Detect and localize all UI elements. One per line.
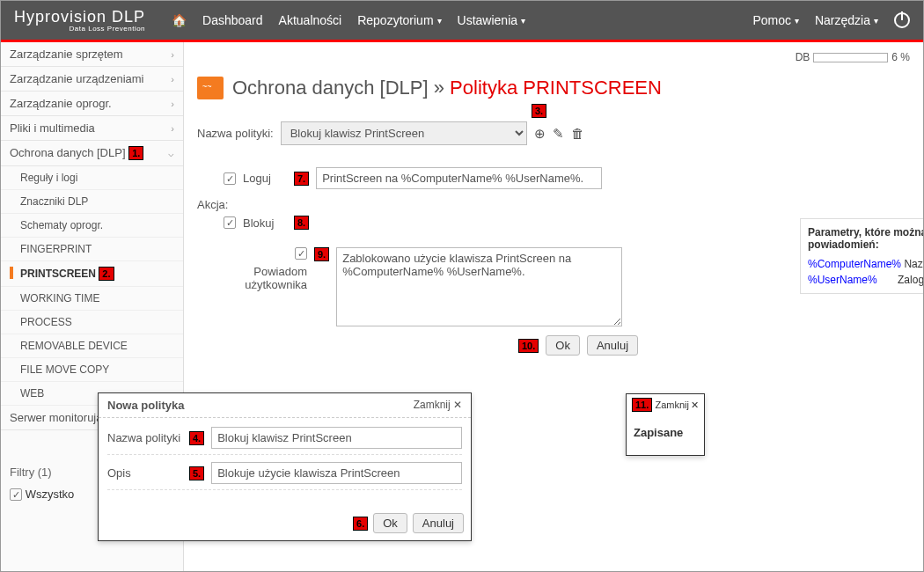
annotation: 11. — [632, 398, 652, 412]
add-icon[interactable]: ⊕ — [534, 126, 546, 142]
nav-help[interactable]: Pomoc▾ — [752, 13, 799, 27]
edit-icon[interactable]: ✎ — [553, 126, 564, 142]
nav-home-icon[interactable]: 🏠 — [172, 13, 187, 27]
toast-close-label[interactable]: Zamknij — [655, 400, 689, 410]
filters-all-label: Wszystko — [26, 488, 75, 501]
sidebar-item-printscreen[interactable]: PRINTSCREEN 2. — [1, 261, 183, 287]
sidebar-group-devices[interactable]: Zarządzanie urządzeniami› — [1, 67, 183, 92]
notify-label: Powiadom użytkownika — [224, 265, 307, 291]
annotation: 6. — [353, 517, 368, 531]
chevron-down-icon: ⌵ — [168, 148, 174, 159]
param-computer: %ComputerName% — [808, 258, 901, 270]
annotation: 9. — [314, 247, 329, 261]
navbar: Hyprovision DLP Data Loss Prevention 🏠 D… — [1, 1, 923, 40]
active-indicator — [10, 267, 13, 279]
log-label: Loguj — [243, 172, 287, 185]
annotation: 7. — [294, 172, 309, 186]
chevron-right-icon: › — [171, 123, 174, 134]
dlp-icon — [197, 77, 224, 99]
page-title: Ochrona danych [DLP] » Polityka PRINTSCR… — [197, 77, 910, 99]
modal-ok-button[interactable]: Ok — [373, 513, 407, 533]
new-policy-modal: Nowa polityka Zamknij ✕ Nazwa polityki 4… — [98, 392, 472, 541]
filters-all-checkbox[interactable]: ✓ — [10, 488, 22, 501]
sidebar-item-schemas[interactable]: Schematy oprogr. — [1, 214, 183, 238]
modal-close[interactable]: Zamknij ✕ — [414, 399, 462, 412]
sidebar-item-filemove[interactable]: FILE MOVE COPY — [1, 358, 183, 382]
chevron-down-icon: ▾ — [437, 16, 442, 26]
policy-name-select[interactable]: Blokuj klawisz PrintScreen — [281, 121, 527, 145]
sidebar-item-rules[interactable]: Reguły i logi — [1, 166, 183, 190]
sidebar-item-removable[interactable]: REMOVABLE DEVICE — [1, 334, 183, 358]
param-user: %UserName% — [808, 274, 877, 286]
annotation: 4. — [189, 431, 204, 445]
action-label: Akcja: — [197, 198, 910, 211]
modal-title: Nowa polityka — [107, 399, 184, 412]
modal-desc-input[interactable] — [211, 462, 462, 484]
chevron-right-icon: › — [171, 99, 174, 109]
nav-news[interactable]: Aktualności — [279, 13, 342, 27]
block-checkbox[interactable]: ✓ — [224, 216, 236, 229]
nav-repo[interactable]: Repozytorium▾ — [357, 13, 441, 27]
params-box: Parametry, które można użyć w treści log… — [800, 218, 923, 294]
annotation: 1. — [128, 146, 143, 160]
logo: Hyprovision DLP Data Loss Prevention — [14, 8, 145, 33]
sidebar-group-hardware[interactable]: Zarządzanie sprzętem› — [1, 42, 183, 67]
log-checkbox[interactable]: ✓ — [224, 172, 236, 185]
power-icon[interactable] — [894, 12, 910, 28]
nav-tools[interactable]: Narzędzia▾ — [815, 13, 878, 27]
cancel-button[interactable]: Anuluj — [587, 335, 638, 356]
params-title: Parametry, które można użyć w treści log… — [808, 226, 923, 251]
annotation: 2. — [99, 267, 114, 281]
chevron-down-icon: ▾ — [521, 16, 525, 26]
sidebar-group-files[interactable]: Pliki i multimedia› — [1, 116, 183, 141]
sidebar-group-software[interactable]: Zarządzanie oprogr.› — [1, 92, 183, 116]
annotation: 3. — [532, 104, 546, 118]
modal-name-label: Nazwa polityki — [107, 431, 182, 444]
nav-settings[interactable]: Ustawienia▾ — [458, 13, 525, 27]
sidebar-group-dlp[interactable]: Ochrona danych [DLP] 1.⌵ — [1, 141, 183, 166]
notify-textarea[interactable]: Zablokowano użycie klawisza PrintScreen … — [336, 247, 622, 326]
saved-toast: 11. Zamknij ✕ Zapisane — [626, 393, 705, 456]
chevron-down-icon: ▾ — [874, 16, 878, 26]
notify-checkbox[interactable]: ✓ — [295, 247, 307, 260]
ok-button[interactable]: Ok — [546, 335, 580, 356]
nav-dashboard[interactable]: Dashboard — [202, 13, 263, 27]
delete-icon[interactable]: 🗑 — [571, 126, 584, 141]
annotation: 5. — [189, 466, 204, 480]
modal-cancel-button[interactable]: Anuluj — [413, 513, 464, 533]
annotation: 8. — [294, 216, 309, 230]
chevron-down-icon: ▾ — [795, 16, 799, 26]
sidebar-item-process[interactable]: PROCESS — [1, 311, 183, 334]
modal-name-input[interactable] — [211, 427, 462, 449]
sidebar-item-fingerprint[interactable]: FINGERPRINT — [1, 238, 183, 261]
db-status: DB6 % — [197, 51, 910, 63]
sidebar-item-workingtime[interactable]: WORKING TIME — [1, 287, 183, 311]
log-text-input[interactable] — [316, 167, 602, 189]
toast-body: Zapisane — [627, 415, 704, 455]
annotation: 10. — [518, 339, 539, 353]
chevron-right-icon: › — [171, 49, 174, 60]
sidebar-item-tags[interactable]: Znaczniki DLP — [1, 190, 183, 214]
modal-desc-label: Opis — [107, 466, 182, 480]
policy-name-label: Nazwa polityki: — [197, 127, 274, 140]
close-icon[interactable]: ✕ — [691, 400, 699, 411]
block-label: Blokuj — [243, 216, 287, 230]
db-bar — [813, 53, 888, 62]
chevron-right-icon: › — [171, 74, 174, 84]
